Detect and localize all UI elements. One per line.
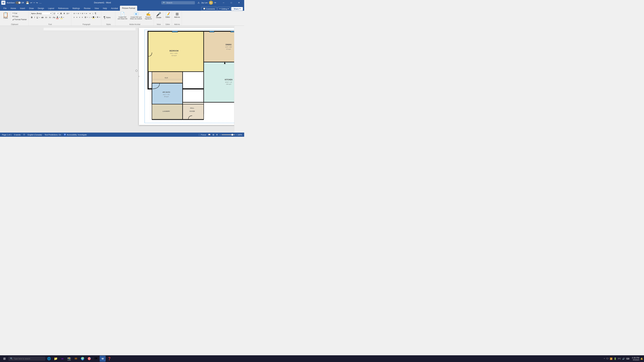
- decrease-indent-button[interactable]: ⇤: [85, 12, 88, 15]
- numbering-button[interactable]: ≡: [77, 12, 80, 15]
- bold-button[interactable]: B: [30, 16, 33, 19]
- proofing-status[interactable]: ☑: [23, 134, 25, 136]
- sort-button[interactable]: ↕: [92, 12, 94, 15]
- page-count-label: Page 1 of 1: [2, 134, 12, 136]
- accessibility-status[interactable]: ♿ Accessibility: Investigate: [64, 134, 87, 136]
- title-search-input[interactable]: [166, 2, 190, 4]
- close-button[interactable]: ✕: [235, 0, 243, 5]
- left-resize-handle[interactable]: [136, 70, 138, 72]
- ribbon-tabs: File Home Insert Draw Design Layout Refe…: [0, 5, 244, 11]
- case-button[interactable]: Aa: [52, 16, 56, 19]
- tab-layout[interactable]: Layout: [46, 6, 56, 11]
- line-spacing-button[interactable]: ↕: [88, 16, 91, 18]
- user-name: Jay Lee: [201, 2, 208, 4]
- zoom-out-button[interactable]: ─: [220, 134, 221, 136]
- bullets-button[interactable]: ≡: [73, 12, 76, 15]
- tab-view[interactable]: View: [92, 6, 101, 11]
- format-painter-button[interactable]: 🖌 Format Painter: [12, 18, 28, 21]
- paste-button[interactable]: 📋 Paste: [2, 12, 10, 19]
- acrobat-label: Adobe Acrobat: [117, 23, 152, 25]
- highlight-button[interactable]: A: [60, 16, 63, 19]
- paragraph-row2: ≡ ≡ ≡ ≡ ▤ ▾ ↕ ▾ ▣ ▾ ⊞ ▾: [73, 16, 100, 18]
- text-predictions-status[interactable]: Text Predictions: On: [44, 134, 61, 136]
- tab-design[interactable]: Design: [36, 6, 46, 11]
- share-button[interactable]: Share ▾: [231, 7, 243, 10]
- svg-text:CLO: CLO: [165, 77, 168, 79]
- align-left-button[interactable]: ≡: [73, 16, 75, 18]
- cut-button[interactable]: ✂ Cut: [12, 12, 28, 14]
- tab-picture-format[interactable]: Picture Format: [120, 6, 137, 11]
- left-img-resize-handle[interactable]: [139, 75, 139, 77]
- more-commands[interactable]: …: [39, 1, 42, 4]
- align-right-button[interactable]: ≡: [78, 16, 81, 18]
- zoom-in-button[interactable]: +: [236, 134, 237, 136]
- print-layout-button[interactable]: ▤: [212, 134, 214, 136]
- autosave-control[interactable]: AutoSave Off: [7, 1, 24, 4]
- font-name-selector[interactable]: Aptos (Body) ▾: [30, 12, 52, 15]
- create-pdf-button[interactable]: 📄 Create PDF and Share link: [117, 12, 128, 20]
- tab-review[interactable]: Review: [82, 6, 92, 11]
- font-shrink-button[interactable]: A: [63, 12, 66, 15]
- italic-button[interactable]: I: [34, 16, 36, 19]
- zoom-control[interactable]: ─ + 100%: [220, 134, 242, 136]
- zoom-slider[interactable]: [222, 134, 235, 135]
- pen-icon[interactable]: ✏: [214, 1, 216, 4]
- editor-button[interactable]: 📝 Editor: [165, 12, 171, 18]
- minimize-button[interactable]: ─: [220, 0, 228, 5]
- page-count[interactable]: Page 1 of 1: [2, 134, 12, 136]
- maximize-button[interactable]: □: [228, 0, 235, 5]
- save-button[interactable]: 💾: [26, 1, 29, 4]
- font-size-selector[interactable]: 12 ▾: [52, 12, 59, 15]
- editing-button[interactable]: ✏ Editing ▾: [218, 7, 231, 11]
- superscript-button[interactable]: X2: [48, 16, 52, 19]
- tab-references[interactable]: References: [56, 6, 70, 11]
- undo-button[interactable]: ↩: [30, 1, 33, 4]
- tab-file[interactable]: File: [1, 6, 8, 11]
- floorplan-container[interactable]: BEDROOM 9'11" × 12'5" 113 sq ft DINING 1…: [142, 29, 234, 123]
- clear-formatting-button[interactable]: A ✕: [66, 12, 70, 15]
- autosave-toggle[interactable]: [16, 1, 21, 4]
- zoom-thumb[interactable]: [231, 134, 233, 136]
- addins-button[interactable]: ⊞ Add-ins: [174, 12, 180, 18]
- word-count[interactable]: 0 words: [14, 134, 21, 136]
- search-icon: 🔍: [163, 2, 165, 4]
- tab-acrobat[interactable]: Acrobat: [109, 6, 120, 11]
- title-search-box[interactable]: 🔍: [161, 1, 195, 4]
- increase-indent-button[interactable]: ⇥: [88, 12, 91, 15]
- subscript-button[interactable]: X2: [44, 16, 48, 19]
- svg-text:BEDROOM: BEDROOM: [170, 50, 178, 52]
- multilevel-button[interactable]: ≡: [81, 12, 84, 15]
- undo-dropdown[interactable]: ▾: [33, 1, 35, 4]
- column-button[interactable]: ▤: [84, 16, 87, 18]
- comments-button[interactable]: 💬 Comments: [201, 7, 217, 11]
- read-mode-button[interactable]: 📖: [208, 134, 210, 136]
- tab-mailings[interactable]: Mailings: [70, 6, 82, 11]
- shading-button[interactable]: ▣: [92, 16, 94, 18]
- focus-button[interactable]: ⛶ Focus: [198, 134, 206, 136]
- styles-button[interactable]: ¶ Styles: [103, 15, 111, 20]
- request-signatures-button[interactable]: ✍ Request Signatures: [144, 12, 152, 20]
- strikethrough-button[interactable]: ab: [40, 16, 44, 19]
- dictate-button[interactable]: 🎤 Dictate: [156, 12, 162, 19]
- borders-button[interactable]: ⊞: [96, 16, 99, 18]
- user-area: ⚠ Jay Lee JL: [198, 1, 213, 5]
- font-grow-button[interactable]: A: [60, 12, 62, 15]
- web-layout-button[interactable]: ⊞: [216, 134, 218, 136]
- create-pdf-outlook-button[interactable]: 📧 Create PDF and Share via Outlook: [129, 12, 143, 20]
- align-center-button[interactable]: ≡: [76, 16, 78, 18]
- tab-help[interactable]: Help: [101, 6, 109, 11]
- show-marks-button[interactable]: ¶: [94, 12, 97, 15]
- cut-label: Cut: [14, 12, 17, 14]
- tab-home[interactable]: Home: [8, 6, 18, 11]
- tab-draw[interactable]: Draw: [27, 6, 36, 11]
- avatar[interactable]: JL: [209, 1, 213, 5]
- copy-button[interactable]: ⧉ Copy: [12, 15, 28, 18]
- addins-label: Add-ins: [174, 16, 180, 18]
- underline-button[interactable]: U: [36, 16, 39, 19]
- justify-button[interactable]: ≡: [81, 16, 84, 18]
- tab-insert[interactable]: Insert: [18, 6, 27, 11]
- redo-button[interactable]: ↪: [36, 1, 38, 4]
- main-area: BEDROOM 9'11" × 12'5" 113 sq ft DINING 1…: [0, 26, 244, 133]
- font-color-button[interactable]: A: [56, 16, 58, 19]
- language-status[interactable]: English (Canada): [28, 134, 42, 136]
